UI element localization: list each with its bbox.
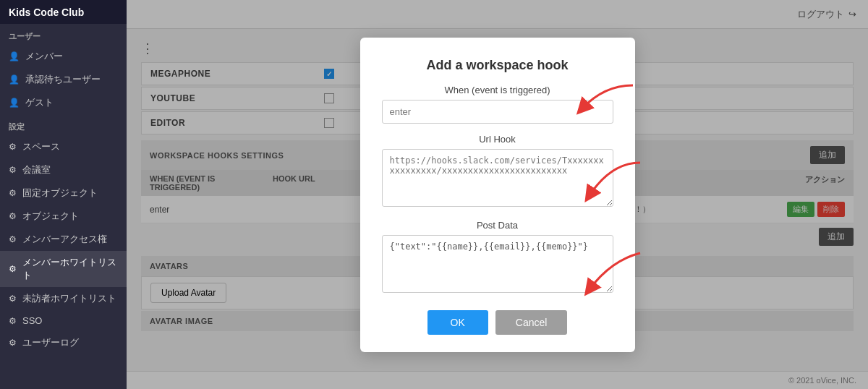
member-icon: 👤	[9, 51, 20, 61]
sidebar-label-guest: ゲスト	[25, 96, 54, 109]
guest-icon: 👤	[9, 98, 20, 108]
modal-overlay: Add a workspace hook When (event is trig…	[127, 0, 868, 389]
modal-field2-label: Url Hook	[382, 134, 613, 145]
pending-icon: 👤	[9, 74, 20, 85]
add-hook-modal: Add a workspace hook When (event is trig…	[360, 38, 635, 352]
sidebar-item-object[interactable]: ⚙ オブジェクト	[0, 205, 127, 228]
object-icon: ⚙	[9, 211, 17, 221]
sidebar-item-whitelist[interactable]: ⚙ メンバーホワイトリスト	[0, 251, 127, 287]
modal-ok-button[interactable]: OK	[427, 310, 488, 335]
visitor-whitelist-icon: ⚙	[9, 294, 17, 304]
sidebar-item-fixed-obj[interactable]: ⚙ 固定オブジェクト	[0, 181, 127, 205]
sidebar-item-visitor-whitelist[interactable]: ⚙ 未訪者ホワイトリスト	[0, 287, 127, 310]
sidebar-item-user-log[interactable]: ⚙ ユーザーログ	[0, 331, 127, 354]
sidebar: Kids Code Club ユーザー 👤 メンバー 👤 承認待ちユーザー 👤 …	[0, 0, 127, 389]
sidebar-label-object: オブジェクト	[22, 210, 79, 223]
modal-postdata-textarea[interactable]: {"text":"{{name}},{{email}},{{memo}}"}	[382, 235, 613, 293]
sidebar-label-whitelist: メンバーホワイトリスト	[22, 256, 118, 282]
modal-title: Add a workspace hook	[382, 58, 613, 73]
sidebar-label-user-log: ユーザーログ	[22, 336, 79, 349]
fixed-obj-icon: ⚙	[9, 188, 17, 198]
sidebar-item-guest[interactable]: 👤 ゲスト	[0, 91, 127, 114]
sidebar-label-pending: 承認待ちユーザー	[25, 73, 101, 86]
modal-field1-label: When (event is triggered)	[382, 85, 613, 95]
app-logo: Kids Code Club	[0, 0, 127, 24]
sidebar-section-settings: 設定	[0, 114, 127, 135]
whitelist-icon: ⚙	[9, 264, 17, 274]
access-icon: ⚙	[9, 234, 17, 244]
sidebar-item-members[interactable]: 👤 メンバー	[0, 45, 127, 68]
modal-field3-label: Post Data	[382, 220, 613, 231]
user-log-icon: ⚙	[9, 338, 17, 348]
room-icon: ⚙	[9, 165, 17, 175]
sidebar-item-space[interactable]: ⚙ スペース	[0, 135, 127, 158]
main-area: ログアウト ↪ ⋮ MEGAPHONE ✓ ✓ ✓ YOUTUBE	[127, 0, 868, 389]
sidebar-label-space: スペース	[22, 140, 60, 153]
sidebar-item-pending[interactable]: 👤 承認待ちユーザー	[0, 68, 127, 91]
sidebar-label-members: メンバー	[25, 50, 63, 63]
sidebar-label-sso: SSO	[22, 315, 42, 326]
sidebar-item-sso[interactable]: ⚙ SSO	[0, 310, 127, 331]
app-title: Kids Code Club	[9, 7, 84, 18]
space-icon: ⚙	[9, 142, 17, 152]
sidebar-label-room: 会議室	[22, 163, 51, 176]
sidebar-item-member-access[interactable]: ⚙ メンバーアクセス権	[0, 228, 127, 251]
modal-event-input[interactable]	[382, 100, 613, 124]
sidebar-label-fixed-obj: 固定オブジェクト	[22, 187, 98, 200]
modal-buttons: OK Cancel	[382, 310, 613, 335]
sso-icon: ⚙	[9, 316, 17, 326]
modal-url-textarea[interactable]	[382, 149, 613, 207]
sidebar-section-user: ユーザー	[0, 24, 127, 45]
sidebar-item-room[interactable]: ⚙ 会議室	[0, 158, 127, 181]
sidebar-label-visitor-whitelist: 未訪者ホワイトリスト	[22, 292, 116, 305]
sidebar-label-access: メンバーアクセス権	[22, 233, 107, 246]
modal-cancel-button[interactable]: Cancel	[495, 310, 568, 335]
